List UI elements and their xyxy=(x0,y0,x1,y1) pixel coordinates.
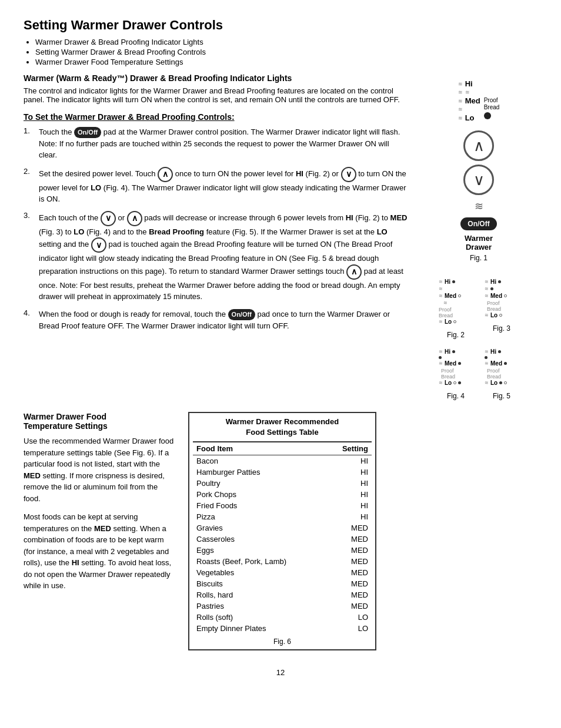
food-setting-0: HI xyxy=(326,455,372,467)
step-4-num: 4. xyxy=(24,308,34,331)
squiggle-indicator: ≋ xyxy=(475,200,483,213)
food-table-title: Warmer Drawer Recommended Food Settings … xyxy=(193,417,372,438)
up-arrow-1: ∧ xyxy=(158,167,173,182)
food-item-12: Rolls, hard xyxy=(193,589,326,600)
on-off-btn-fig1: On/Off xyxy=(460,217,496,230)
fig2-hi-dot xyxy=(452,280,455,283)
food-setting-4: HI xyxy=(326,500,372,511)
food-item-14: Rolls (soft) xyxy=(193,612,326,623)
fig2-lo-dot xyxy=(453,320,456,323)
right-diagram: ≋ Hi ≋ ≋ ≋ Med ≋ xyxy=(420,73,537,400)
food-item-7: Casseroles xyxy=(193,534,326,545)
up-arrow-btn-fig1: ∧ xyxy=(463,130,494,161)
fig5-dot2 xyxy=(485,356,487,359)
food-item-13: Pastries xyxy=(193,600,326,612)
fig3: ≋ Hi ≋ ≋ Med Proof Bread ≋ Lo Fig. 3 xyxy=(481,276,522,339)
fig2: ≋ Hi ≋ ≋ Med ≋ Proof Bread ≋ Lo Fig. 2 xyxy=(435,276,476,339)
food-table-row: VegetablesMED xyxy=(193,567,372,578)
step-3-text: Each touch of the ∨ or ∧ pads will decre… xyxy=(39,211,408,303)
hi-indicator: ≋ Hi xyxy=(458,79,480,88)
step-1: 1. Touch the On/Off pad at the Warmer Dr… xyxy=(24,126,408,161)
page-container: Setting Warmer Drawer Controls Warmer Dr… xyxy=(24,18,537,677)
bullet-item-1: Warmer Drawer & Bread Proofing Indicator… xyxy=(35,38,537,46)
fig2-label: Fig. 2 xyxy=(447,331,465,339)
food-table-row: PoultryHI xyxy=(193,478,372,489)
food-item-8: Eggs xyxy=(193,545,326,556)
figs-2-3-row: ≋ Hi ≋ ≋ Med ≋ Proof Bread ≋ Lo Fig. 2 ≋… xyxy=(435,276,522,339)
bullet-item-3: Warmer Drawer Food Temperature Settings xyxy=(35,58,537,66)
food-table-row: Rolls, hardMED xyxy=(193,589,372,600)
food-table-row: Empty Dinner PlatesLO xyxy=(193,623,372,634)
fig4-label: Fig. 4 xyxy=(447,392,465,400)
warmer-food-heading: Warmer Drawer Food Temperature Settings xyxy=(24,412,176,431)
food-item-5: Pizza xyxy=(193,511,326,522)
main-layout: Warmer (Warm & Ready™) Drawer & Bread Pr… xyxy=(24,73,537,400)
food-setting-7: MED xyxy=(326,534,372,545)
fig6-label: Fig. 6 xyxy=(193,638,372,646)
med-indicator: ≋ Med xyxy=(458,96,480,105)
food-setting-11: MED xyxy=(326,578,372,589)
proof-bread-label: ProofBread xyxy=(484,97,500,111)
fig4-med-dot xyxy=(458,362,461,365)
section1-text: The control and indicator lights for the… xyxy=(24,86,408,104)
food-table-row: Pork ChopsHI xyxy=(193,489,372,500)
food-table-row: EggsMED xyxy=(193,545,372,556)
step-1-num: 1. xyxy=(24,126,34,161)
on-off-badge-2: On/Off xyxy=(228,309,255,320)
fig3-label: Fig. 3 xyxy=(493,324,510,333)
food-table-row: Hamburger PattiesHI xyxy=(193,467,372,478)
food-setting-9: MED xyxy=(326,556,372,567)
down-arrow-2: ∨ xyxy=(101,211,116,226)
food-item-15: Empty Dinner Plates xyxy=(193,623,326,634)
food-setting-1: HI xyxy=(326,467,372,478)
food-table-row: GraviesMED xyxy=(193,522,372,534)
food-item-4: Fried Foods xyxy=(193,500,326,511)
food-table-row: PastriesMED xyxy=(193,600,372,612)
food-table-row: PizzaHI xyxy=(193,511,372,522)
food-setting-5: HI xyxy=(326,511,372,522)
step-3-num: 3. xyxy=(24,211,34,303)
bullet-item-2: Setting Warmer Drawer & Bread Proofing C… xyxy=(35,48,537,56)
food-item-1: Hamburger Patties xyxy=(193,467,326,478)
page-number: 12 xyxy=(24,668,537,677)
fig5-lo-dot xyxy=(499,381,502,384)
bottom-center: Warmer Drawer Recommended Food Settings … xyxy=(188,412,376,650)
food-table-row: Fried FoodsHI xyxy=(193,500,372,511)
food-table-row: Roasts (Beef, Pork, Lamb)MED xyxy=(193,556,372,567)
food-item-11: Biscuits xyxy=(193,578,326,589)
food-setting-2: HI xyxy=(326,478,372,489)
section3-para1: Use the recommended Warmer Drawer food t… xyxy=(24,435,176,504)
fig5-med-dot xyxy=(504,362,507,365)
left-content: Warmer (Warm & Ready™) Drawer & Bread Pr… xyxy=(24,73,420,400)
bottom-section: Warmer Drawer Food Temperature Settings … xyxy=(24,412,537,650)
food-table-row: BiscuitsMED xyxy=(193,578,372,589)
figs-4-5-row: ≋ Hi ≋ Med ProofBread ≋ Lo Fig. 4 ≋ Hi ≋… xyxy=(435,346,522,400)
section1-title: Warmer (Warm & Ready™) Drawer & Bread Pr… xyxy=(24,73,408,83)
warmer-drawer-label: Warmer Drawer xyxy=(465,234,493,251)
bottom-left: Warmer Drawer Food Temperature Settings … xyxy=(24,412,176,650)
fig4: ≋ Hi ≋ Med ProofBread ≋ Lo Fig. 4 xyxy=(435,346,476,400)
fig3-dot2 xyxy=(490,287,493,290)
food-item-9: Roasts (Beef, Pork, Lamb) xyxy=(193,556,326,567)
food-setting-6: MED xyxy=(326,522,372,534)
fig4-lo-dot xyxy=(453,381,456,384)
food-item-0: Bacon xyxy=(193,455,326,467)
fig3-lo-dot xyxy=(499,314,502,317)
on-off-badge-1: On/Off xyxy=(74,127,101,138)
step-list: 1. Touch the On/Off pad at the Warmer Dr… xyxy=(24,126,408,331)
fig1-diagram: ≋ Hi ≋ ≋ ≋ Med ≋ xyxy=(458,79,500,262)
fig4-hi-dot xyxy=(452,350,455,353)
section3-para2: Most foods can be kept at serving temper… xyxy=(24,511,176,592)
fig1-label: Fig. 1 xyxy=(470,254,487,262)
food-table-container: Warmer Drawer Recommended Food Settings … xyxy=(188,412,376,650)
lo-indicator-dot: ≋ xyxy=(458,106,480,112)
step-3: 3. Each touch of the ∨ or ∧ pads will de… xyxy=(24,211,408,303)
food-item-3: Pork Chops xyxy=(193,489,326,500)
fig5-hi-dot xyxy=(498,350,501,353)
page-title: Setting Warmer Drawer Controls xyxy=(24,18,537,33)
step-2: 2. Set the desired power level. Touch ∧ … xyxy=(24,167,408,205)
food-table: Food Item Setting BaconHIHamburger Patti… xyxy=(193,441,372,634)
food-setting-8: MED xyxy=(326,545,372,556)
step-2-num: 2. xyxy=(24,167,34,205)
food-item-6: Gravies xyxy=(193,522,326,534)
